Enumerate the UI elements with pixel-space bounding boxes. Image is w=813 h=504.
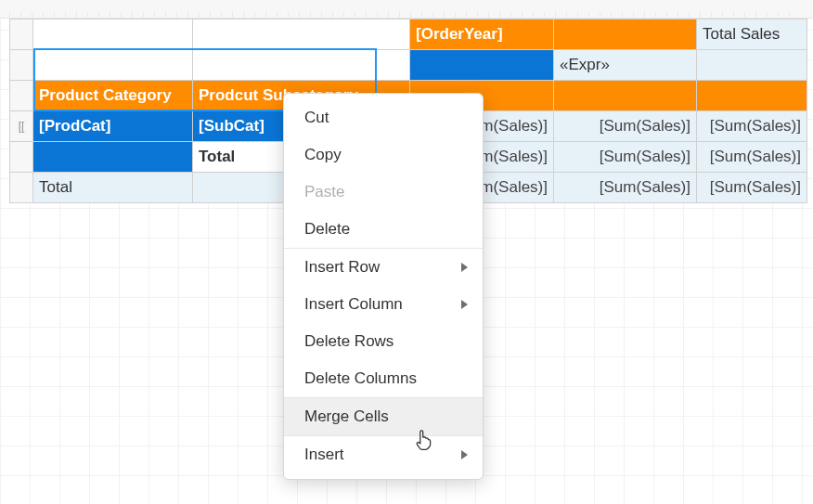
menu-insert-row[interactable]: Insert Row [284, 249, 483, 286]
context-menu: Cut Copy Paste Delete Insert Row Insert … [283, 93, 484, 480]
menu-cut-label: Cut [304, 109, 329, 127]
sum-sales-value: [Sum(Sales)] [710, 148, 801, 165]
subcat-label: [SubCat] [199, 117, 265, 135]
sum-sales-value: [Sum(Sales)] [600, 148, 690, 165]
subtotal-label: Total [199, 148, 235, 165]
product-category-header[interactable]: Product Category [33, 81, 193, 111]
menu-paste: Paste [284, 174, 483, 211]
row-handle[interactable] [10, 173, 33, 203]
prodcat-field[interactable]: [ProdCat] [33, 111, 193, 142]
menu-delete-rows-label: Delete Rows [304, 332, 394, 351]
prodcat-label: [ProdCat] [39, 117, 110, 135]
grandtotal-label-cell[interactable]: Total [33, 173, 193, 203]
chevron-right-icon [461, 450, 468, 459]
col-header-blank[interactable] [697, 81, 807, 111]
data-cell[interactable]: [Sum(Sales)] [554, 111, 697, 142]
menu-insert[interactable]: Insert [284, 436, 483, 473]
row-handle[interactable] [10, 81, 33, 111]
product-category-label: Product Category [39, 86, 172, 104]
design-surface[interactable]: [OrderYear] Total Sales «Expr» Product C… [0, 0, 813, 504]
prodcat-span[interactable] [33, 142, 193, 173]
data-cell[interactable]: [Sum(Sales)] [554, 142, 697, 173]
menu-insert-row-label: Insert Row [304, 258, 380, 277]
col-header-blank[interactable] [554, 81, 697, 111]
row-handle[interactable] [10, 19, 33, 50]
expr-label: «Expr» [560, 56, 610, 73]
sum-sales-value: [Sum(Sales)] [600, 117, 690, 135]
data-cell[interactable]: [Sum(Sales)] [697, 173, 807, 203]
ruler-top [0, 0, 813, 19]
data-cell[interactable]: [Sum(Sales)] [697, 111, 807, 142]
menu-delete-label: Delete [304, 220, 350, 239]
total-sales-label: Total Sales [703, 25, 780, 43]
menu-delete-columns[interactable]: Delete Columns [284, 360, 483, 397]
menu-insert-label: Insert [304, 446, 344, 464]
menu-delete-columns-label: Delete Columns [304, 369, 417, 388]
menu-copy-label: Copy [304, 146, 342, 164]
row-handle[interactable] [10, 142, 33, 173]
corner-cell[interactable] [33, 50, 193, 81]
menu-paste-label: Paste [304, 183, 344, 201]
row-handle[interactable]: [[ [10, 111, 33, 142]
menu-merge-cells[interactable]: Merge Cells [284, 398, 483, 435]
corner-cell[interactable] [33, 19, 193, 50]
corner-cell[interactable] [193, 19, 410, 50]
menu-cut[interactable]: Cut [284, 99, 483, 136]
data-cell[interactable]: [Sum(Sales)] [697, 142, 807, 173]
sum-sales-value: [Sum(Sales)] [600, 178, 690, 196]
menu-merge-cells-label: Merge Cells [304, 407, 389, 426]
sum-sales-value: [Sum(Sales)] [710, 178, 801, 196]
corner-cell[interactable] [193, 50, 410, 81]
data-cell[interactable]: [Sum(Sales)] [554, 173, 697, 203]
order-year-header[interactable]: [OrderYear] [410, 19, 554, 50]
sum-sales-value: [Sum(Sales)] [710, 117, 801, 135]
order-year-label: [OrderYear] [416, 25, 503, 43]
grandtotal-label: Total [39, 178, 72, 196]
total-sales-header[interactable]: Total Sales [697, 19, 807, 50]
empty-cell[interactable] [697, 50, 807, 81]
expr-cell[interactable]: «Expr» [554, 50, 697, 81]
column-group-cell[interactable] [410, 50, 554, 81]
row-handle[interactable] [10, 50, 33, 81]
menu-insert-column-label: Insert Column [304, 295, 403, 314]
chevron-right-icon [461, 263, 468, 272]
menu-insert-column[interactable]: Insert Column [284, 286, 483, 323]
menu-delete[interactable]: Delete [284, 211, 483, 248]
chevron-right-icon [461, 300, 468, 309]
menu-copy[interactable]: Copy [284, 136, 483, 174]
order-year-header-2[interactable] [554, 19, 697, 50]
menu-delete-rows[interactable]: Delete Rows [284, 323, 483, 360]
